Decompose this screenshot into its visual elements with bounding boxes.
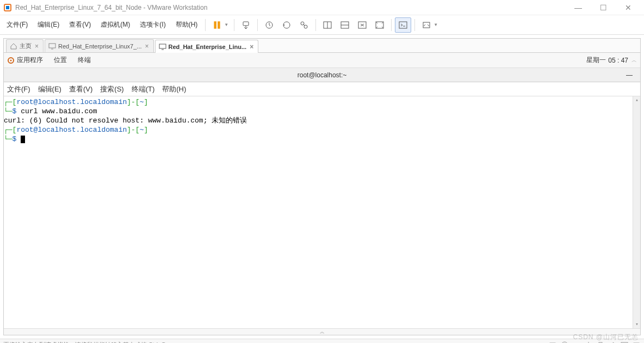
tab-close-icon[interactable]: × xyxy=(250,43,253,51)
term-menu-terminal[interactable]: 终端(T) xyxy=(132,84,155,94)
pause-dropdown[interactable]: ▼ xyxy=(224,22,228,27)
terminal-menu-item[interactable]: 终端 xyxy=(78,56,91,65)
separator xyxy=(391,19,392,31)
menubar: 文件(F) 编辑(E) 查看(V) 虚拟机(M) 选项卡(I) 帮助(H) ▼ … xyxy=(0,15,644,35)
separator xyxy=(414,19,415,31)
terminal-minimize-icon[interactable]: — xyxy=(626,71,633,79)
terminal-titlebar: root@localhost:~ — xyxy=(4,68,640,82)
menu-tabs[interactable]: 选项卡(I) xyxy=(135,18,170,32)
separator xyxy=(234,19,234,31)
scroll-down-icon[interactable]: ▾ xyxy=(633,321,640,328)
svg-rect-17 xyxy=(49,44,55,48)
vmware-icon xyxy=(3,3,12,12)
cursor xyxy=(21,136,25,143)
menu-edit[interactable]: 编辑(E) xyxy=(33,18,64,32)
svg-rect-16 xyxy=(423,22,430,28)
apps-label: 应用程序 xyxy=(17,56,43,65)
menu-file[interactable]: 文件(F) xyxy=(2,18,32,32)
terminal-menubar: 文件(F) 编辑(E) 查看(V) 搜索(S) 终端(T) 帮助(H) xyxy=(4,82,640,96)
places-menu[interactable]: 位置 xyxy=(54,56,67,65)
svg-rect-19 xyxy=(159,44,166,48)
activities-menu[interactable]: 应用程序 xyxy=(7,56,43,65)
send-keys-icon[interactable] xyxy=(238,17,254,33)
prompt-user: root@localhost.localdomain xyxy=(16,98,127,106)
home-icon xyxy=(10,42,17,50)
terminal-output[interactable]: ┌─[root@localhost.localdomain]-[~] └─$ c… xyxy=(4,96,640,328)
maximize-button[interactable]: ☐ xyxy=(591,0,616,15)
term-menu-help[interactable]: 帮助(H) xyxy=(162,84,186,94)
term-menu-edit[interactable]: 编辑(E) xyxy=(38,84,61,94)
single-view-icon[interactable] xyxy=(337,17,353,33)
command-1: curl www.baidu.com xyxy=(21,107,97,115)
collapse-handle[interactable]: ︽ xyxy=(4,328,640,335)
snapshot-icon[interactable] xyxy=(261,17,277,33)
term-menu-search[interactable]: 搜索(S) xyxy=(100,84,123,94)
separator xyxy=(315,19,316,31)
tab-label: 主页 xyxy=(20,42,32,50)
minimize-button[interactable]: — xyxy=(566,0,591,15)
svg-rect-15 xyxy=(399,22,407,28)
places-icon xyxy=(7,57,15,64)
tab-label: Red_Hat_Enterprise_Linu... xyxy=(169,44,247,50)
svg-rect-2 xyxy=(214,21,217,29)
output-line-1: curl: (6) Could not resolve host: www.ba… xyxy=(4,116,640,125)
menu-vm[interactable]: 虚拟机(M) xyxy=(96,18,134,32)
cd-icon[interactable] xyxy=(560,341,569,344)
window-title: Red_Hat_Enterprise_Linux_7_64_bit_Node -… xyxy=(15,4,566,11)
stretch-icon[interactable] xyxy=(418,17,435,33)
prompt-user: root@localhost.localdomain xyxy=(16,126,127,134)
tab-row: 主页 × Red_Hat_Enterprise_Linux7_... × Red… xyxy=(4,39,640,53)
tab-home[interactable]: 主页 × xyxy=(6,39,44,52)
split-view-icon[interactable] xyxy=(319,17,336,33)
tab-close-icon[interactable]: × xyxy=(145,42,149,50)
monitor-icon xyxy=(159,43,166,51)
term-menu-view[interactable]: 查看(V) xyxy=(69,84,92,94)
console-icon[interactable] xyxy=(395,17,411,33)
term-menu-file[interactable]: 文件(F) xyxy=(7,84,30,94)
tab-label: Red_Hat_Enterprise_Linux7_... xyxy=(58,43,141,50)
unity-icon[interactable] xyxy=(354,17,370,33)
close-button[interactable]: ✕ xyxy=(616,0,641,15)
menu-help[interactable]: 帮助(H) xyxy=(171,18,202,32)
places-label: 位置 xyxy=(54,56,67,65)
statusbar: 要将输入定向到该虚拟机，请将鼠标指针移入其中或按 Ctrl+G。 xyxy=(0,339,644,343)
chevron-up-icon[interactable]: ︿ xyxy=(631,57,637,64)
disk-icon[interactable] xyxy=(548,341,557,344)
tab-vm2-active[interactable]: Red_Hat_Enterprise_Linu... × xyxy=(155,40,259,53)
vm-content-frame: 主页 × Red_Hat_Enterprise_Linux7_... × Red… xyxy=(3,38,641,335)
clock-time: 05 : 47 xyxy=(608,57,628,64)
watermark: CSDN @山河已无恙 xyxy=(573,333,639,342)
fullscreen-icon[interactable] xyxy=(371,17,388,33)
svg-point-22 xyxy=(10,59,12,61)
guest-gnome-topbar: 应用程序 位置 终端 星期一 05 : 47 ︿ xyxy=(4,53,640,68)
window-titlebar: Red_Hat_Enterprise_Linux_7_64_bit_Node -… xyxy=(0,0,644,15)
revert-snapshot-icon[interactable] xyxy=(278,17,295,33)
terminal-title-text: root@localhost:~ xyxy=(298,71,347,79)
status-hint: 要将输入定向到该虚拟机，请将鼠标指针移入其中或按 Ctrl+G。 xyxy=(3,341,172,343)
pause-icon[interactable] xyxy=(209,17,225,33)
tab-close-icon[interactable]: × xyxy=(35,42,39,50)
clock-day: 星期一 xyxy=(586,56,606,65)
scroll-up-icon[interactable]: ▴ xyxy=(633,96,640,104)
tab-vm1[interactable]: Red_Hat_Enterprise_Linux7_... × xyxy=(45,39,154,52)
svg-rect-3 xyxy=(218,21,220,29)
terminal-scrollbar[interactable]: ▴ ▾ xyxy=(633,96,640,328)
svg-rect-1 xyxy=(6,6,9,9)
svg-rect-4 xyxy=(243,22,249,26)
snapshot-manager-icon[interactable] xyxy=(296,17,312,33)
separator xyxy=(257,19,258,31)
terminal-label: 终端 xyxy=(78,56,91,65)
monitor-icon xyxy=(48,42,56,50)
stretch-dropdown[interactable]: ▼ xyxy=(434,22,438,27)
separator xyxy=(205,19,206,31)
menu-view[interactable]: 查看(V) xyxy=(65,18,95,32)
